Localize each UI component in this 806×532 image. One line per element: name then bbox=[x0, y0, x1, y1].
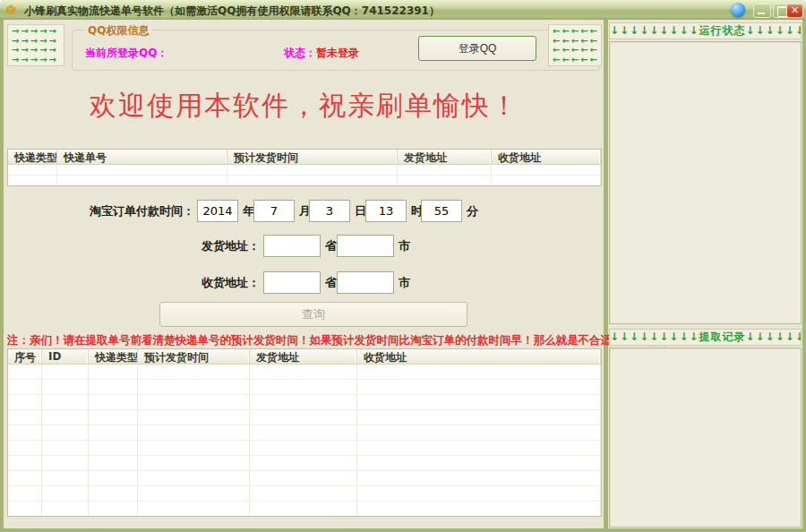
warning-note: 注：亲们！请在提取单号前看清楚快递单号的预计发货时间！如果预计发货时间比淘宝订单… bbox=[7, 333, 701, 348]
month-input[interactable] bbox=[253, 200, 295, 222]
status-value: 暂未登录 bbox=[316, 47, 359, 59]
recv-city-unit: 市 bbox=[399, 275, 410, 291]
run-status-title: ↓↓↓↓↓↓↓↓↓运行状态↓↓↓↓↓↓↓↓↓ bbox=[610, 24, 802, 37]
payment-time-row: 淘宝订单付款时间： 年 月 日 时 分 bbox=[4, 200, 605, 223]
ship-province-unit: 省 bbox=[325, 238, 337, 254]
ship-address-label: 发货地址： bbox=[4, 238, 260, 254]
column-header[interactable]: 收货地址 bbox=[357, 349, 601, 364]
recv-address-row: 收货地址： 省 市 bbox=[4, 271, 605, 295]
left-arrows-decoration: →→→→→ →→→→→ →→→→→ →→→→→ bbox=[7, 24, 64, 66]
status-label: 状态： bbox=[284, 47, 316, 59]
record-table-body bbox=[8, 365, 601, 516]
qq-info-groupbox: QQ权限信息 当前所登录QQ： 状态：暂未登录 登录QQ bbox=[72, 30, 600, 71]
recv-city-input[interactable] bbox=[337, 271, 394, 294]
column-header[interactable]: 快递类型 bbox=[8, 150, 57, 164]
column-header[interactable]: 快递单号 bbox=[57, 150, 227, 164]
minimize-button[interactable] bbox=[753, 3, 771, 18]
column-header[interactable]: 序号 bbox=[8, 349, 42, 364]
left-arrow-icon: ←←←←← bbox=[553, 46, 597, 56]
extract-log-header: ↓↓↓↓↓↓↓↓↓提取记录↓↓↓↓↓↓↓↓↓ bbox=[609, 329, 802, 346]
recv-province-input[interactable] bbox=[263, 271, 321, 294]
column-header[interactable]: 发货地址 bbox=[250, 349, 357, 364]
app-flower-icon: ✿ bbox=[6, 3, 21, 17]
right-arrows-decoration: ←←←←← ←←←←← ←←←←← ←←←←← bbox=[548, 24, 602, 66]
recv-province-unit: 省 bbox=[325, 275, 337, 291]
result-table: 快递类型 快递单号 预计发货时间 发货地址 收货地址 bbox=[7, 149, 602, 186]
ship-province-input[interactable] bbox=[263, 235, 321, 257]
column-header[interactable]: 收货地址 bbox=[492, 150, 601, 164]
day-input[interactable] bbox=[309, 200, 350, 222]
hour-input[interactable] bbox=[365, 200, 407, 222]
run-status-header: ↓↓↓↓↓↓↓↓↓运行状态↓↓↓↓↓↓↓↓↓ bbox=[609, 22, 802, 39]
record-table-header: 序号 ID 快递类型 预计发货时间 发货地址 收货地址 bbox=[8, 349, 601, 365]
client-area: →→→→→ →→→→→ →→→→→ →→→→→ QQ权限信息 当前所登录QQ： … bbox=[4, 20, 802, 528]
status-line: 状态：暂未登录 bbox=[284, 46, 359, 61]
ship-city-unit: 市 bbox=[399, 238, 410, 254]
result-table-header: 快递类型 快递单号 预计发货时间 发货地址 收货地址 bbox=[8, 150, 601, 165]
recv-address-label: 收货地址： bbox=[4, 275, 260, 291]
groupbox-label: QQ权限信息 bbox=[84, 23, 152, 39]
close-button[interactable]: ✕ bbox=[786, 3, 803, 18]
left-arrow-icon: ←←←←← bbox=[553, 27, 597, 37]
extract-log-title: ↓↓↓↓↓↓↓↓↓提取记录↓↓↓↓↓↓↓↓↓ bbox=[610, 330, 802, 343]
column-header[interactable]: 预计发货时间 bbox=[227, 150, 398, 164]
left-arrow-icon: ←←←←← bbox=[553, 56, 597, 65]
title-bar: ✿ 小锋刷真实物流快递单号软件（如需激活QQ拥有使用权限请联系QQ：741522… bbox=[0, 0, 806, 20]
run-status-log bbox=[609, 41, 802, 324]
minute-unit: 分 bbox=[467, 203, 478, 219]
extract-log-box bbox=[609, 348, 802, 528]
ship-city-input[interactable] bbox=[337, 235, 394, 257]
right-arrow-icon: →→→→→ bbox=[12, 27, 60, 37]
payment-time-label: 淘宝订单付款时间： bbox=[4, 203, 194, 219]
login-qq-button[interactable]: 登录QQ bbox=[418, 36, 536, 61]
column-header[interactable]: 快递类型 bbox=[89, 349, 138, 364]
column-header[interactable]: 发货地址 bbox=[398, 150, 492, 164]
minute-input[interactable] bbox=[421, 200, 462, 222]
window-title: 小锋刷真实物流快递单号软件（如需激活QQ拥有使用权限请联系QQ：74152239… bbox=[24, 4, 440, 19]
year-input[interactable] bbox=[197, 200, 238, 222]
current-qq-label: 当前所登录QQ： bbox=[85, 46, 167, 61]
query-button[interactable]: 查询 bbox=[159, 302, 467, 327]
right-arrow-icon: →→→→→ bbox=[12, 56, 60, 65]
record-table: 序号 ID 快递类型 预计发货时间 发货地址 收货地址 bbox=[7, 348, 602, 517]
welcome-banner: 欢迎使用本软件，祝亲刷单愉快！ bbox=[4, 88, 605, 124]
column-header[interactable]: ID bbox=[42, 349, 89, 364]
ship-address-row: 发货地址： 省 市 bbox=[4, 235, 605, 258]
qq-orb-icon bbox=[731, 3, 745, 17]
column-header[interactable]: 预计发货时间 bbox=[138, 349, 250, 364]
result-table-body bbox=[8, 165, 601, 185]
right-arrow-icon: →→→→→ bbox=[12, 46, 60, 56]
app-window: ✿ 小锋刷真实物流快递单号软件（如需激活QQ拥有使用权限请联系QQ：741522… bbox=[0, 0, 806, 532]
